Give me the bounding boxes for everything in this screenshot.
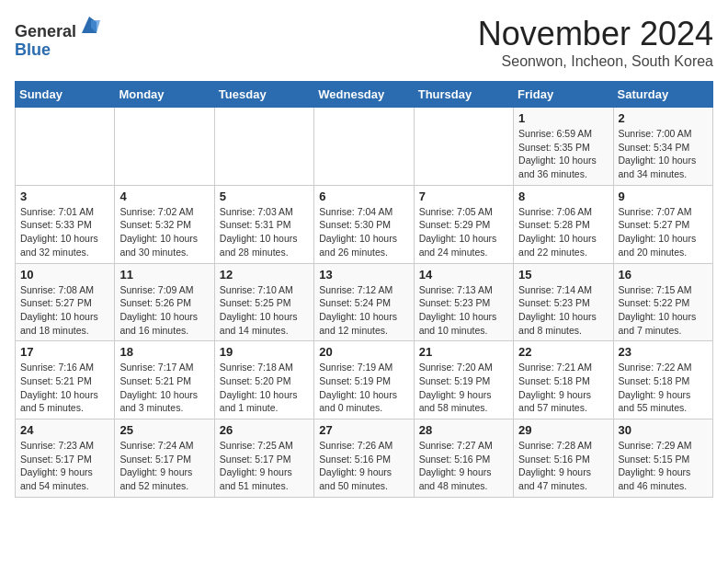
calendar-cell: 8Sunrise: 7:06 AMSunset: 5:28 PMDaylight… bbox=[514, 185, 613, 263]
calendar-cell: 16Sunrise: 7:15 AMSunset: 5:22 PMDayligh… bbox=[613, 263, 712, 341]
day-number: 19 bbox=[220, 345, 309, 359]
page-header: General Blue November 2024 Seonwon, Inch… bbox=[15, 15, 713, 70]
day-info: Sunrise: 7:26 AMSunset: 5:16 PMDaylight:… bbox=[319, 439, 408, 493]
logo-text: General Blue bbox=[15, 15, 100, 60]
calendar-cell bbox=[414, 108, 513, 186]
day-info: Sunrise: 7:15 AMSunset: 5:22 PMDaylight:… bbox=[619, 283, 708, 338]
calendar-cell: 21Sunrise: 7:20 AMSunset: 5:19 PMDayligh… bbox=[414, 341, 513, 419]
calendar-cell: 24Sunrise: 7:23 AMSunset: 5:17 PMDayligh… bbox=[16, 419, 115, 498]
day-info: Sunrise: 7:22 AMSunset: 5:18 PMDaylight:… bbox=[619, 361, 708, 415]
calendar-cell: 28Sunrise: 7:27 AMSunset: 5:16 PMDayligh… bbox=[414, 419, 513, 498]
day-info: Sunrise: 7:29 AMSunset: 5:15 PMDaylight:… bbox=[619, 439, 708, 493]
calendar-cell: 2Sunrise: 7:00 AMSunset: 5:34 PMDaylight… bbox=[613, 108, 712, 186]
calendar-cell: 6Sunrise: 7:04 AMSunset: 5:30 PMDaylight… bbox=[314, 185, 414, 263]
calendar-cell bbox=[16, 108, 115, 186]
day-number: 13 bbox=[319, 268, 408, 282]
day-info: Sunrise: 7:10 AMSunset: 5:25 PMDaylight:… bbox=[220, 283, 309, 338]
day-info: Sunrise: 7:23 AMSunset: 5:17 PMDaylight:… bbox=[20, 439, 109, 493]
day-number: 22 bbox=[518, 345, 608, 359]
calendar-cell: 1Sunrise: 6:59 AMSunset: 5:35 PMDaylight… bbox=[514, 108, 613, 186]
calendar-cell: 13Sunrise: 7:12 AMSunset: 5:24 PMDayligh… bbox=[314, 263, 414, 341]
day-number: 29 bbox=[518, 423, 608, 437]
calendar-week-row: 3Sunrise: 7:01 AMSunset: 5:33 PMDaylight… bbox=[16, 185, 713, 263]
day-number: 9 bbox=[619, 190, 708, 203]
day-info: Sunrise: 7:16 AMSunset: 5:21 PMDaylight:… bbox=[20, 361, 109, 415]
logo-blue: Blue bbox=[15, 40, 51, 59]
calendar-header-wednesday: Wednesday bbox=[314, 82, 414, 108]
day-number: 2 bbox=[619, 111, 708, 125]
day-number: 14 bbox=[419, 268, 508, 282]
logo-icon bbox=[78, 15, 100, 37]
calendar-header-saturday: Saturday bbox=[613, 82, 712, 108]
calendar-header-tuesday: Tuesday bbox=[214, 82, 313, 108]
day-number: 27 bbox=[319, 423, 408, 437]
calendar-cell: 26Sunrise: 7:25 AMSunset: 5:17 PMDayligh… bbox=[214, 419, 313, 498]
day-number: 8 bbox=[518, 190, 608, 203]
day-number: 11 bbox=[119, 268, 209, 282]
day-number: 18 bbox=[119, 345, 209, 359]
title-block: November 2024 Seonwon, Incheon, South Ko… bbox=[478, 15, 713, 70]
day-number: 1 bbox=[518, 111, 608, 125]
calendar-cell: 5Sunrise: 7:03 AMSunset: 5:31 PMDaylight… bbox=[214, 185, 313, 263]
location: Seonwon, Incheon, South Korea bbox=[478, 53, 713, 70]
calendar-week-row: 17Sunrise: 7:16 AMSunset: 5:21 PMDayligh… bbox=[16, 341, 713, 419]
day-info: Sunrise: 7:27 AMSunset: 5:16 PMDaylight:… bbox=[419, 439, 508, 493]
day-info: Sunrise: 7:08 AMSunset: 5:27 PMDaylight:… bbox=[20, 283, 109, 338]
day-info: Sunrise: 7:00 AMSunset: 5:34 PMDaylight:… bbox=[619, 127, 708, 181]
calendar-cell: 11Sunrise: 7:09 AMSunset: 5:26 PMDayligh… bbox=[115, 263, 214, 341]
calendar-cell: 12Sunrise: 7:10 AMSunset: 5:25 PMDayligh… bbox=[214, 263, 313, 341]
calendar-cell bbox=[314, 108, 414, 186]
calendar-cell: 20Sunrise: 7:19 AMSunset: 5:19 PMDayligh… bbox=[314, 341, 414, 419]
logo-general: General bbox=[15, 22, 76, 40]
day-info: Sunrise: 7:14 AMSunset: 5:23 PMDaylight:… bbox=[518, 283, 608, 338]
day-number: 24 bbox=[20, 423, 109, 437]
day-number: 4 bbox=[119, 190, 209, 203]
calendar-week-row: 1Sunrise: 6:59 AMSunset: 5:35 PMDaylight… bbox=[16, 108, 713, 186]
calendar-header-friday: Friday bbox=[514, 82, 613, 108]
day-number: 7 bbox=[419, 190, 508, 203]
calendar-cell: 29Sunrise: 7:28 AMSunset: 5:16 PMDayligh… bbox=[514, 419, 613, 498]
day-number: 25 bbox=[119, 423, 209, 437]
calendar-week-row: 10Sunrise: 7:08 AMSunset: 5:27 PMDayligh… bbox=[16, 263, 713, 341]
day-number: 17 bbox=[20, 345, 109, 359]
day-info: Sunrise: 7:17 AMSunset: 5:21 PMDaylight:… bbox=[119, 361, 209, 415]
day-number: 15 bbox=[518, 268, 608, 282]
day-info: Sunrise: 7:07 AMSunset: 5:27 PMDaylight:… bbox=[619, 205, 708, 259]
day-info: Sunrise: 7:19 AMSunset: 5:19 PMDaylight:… bbox=[319, 361, 408, 415]
calendar-cell: 10Sunrise: 7:08 AMSunset: 5:27 PMDayligh… bbox=[16, 263, 115, 341]
day-number: 30 bbox=[619, 423, 708, 437]
day-number: 12 bbox=[220, 268, 309, 282]
day-info: Sunrise: 7:03 AMSunset: 5:31 PMDaylight:… bbox=[220, 205, 309, 259]
calendar-cell: 25Sunrise: 7:24 AMSunset: 5:17 PMDayligh… bbox=[115, 419, 214, 498]
day-info: Sunrise: 7:24 AMSunset: 5:17 PMDaylight:… bbox=[119, 439, 209, 493]
calendar-cell: 22Sunrise: 7:21 AMSunset: 5:18 PMDayligh… bbox=[514, 341, 613, 419]
day-info: Sunrise: 7:21 AMSunset: 5:18 PMDaylight:… bbox=[518, 361, 608, 415]
day-number: 26 bbox=[220, 423, 309, 437]
day-info: Sunrise: 7:02 AMSunset: 5:32 PMDaylight:… bbox=[119, 205, 209, 259]
calendar-cell: 27Sunrise: 7:26 AMSunset: 5:16 PMDayligh… bbox=[314, 419, 414, 498]
day-info: Sunrise: 6:59 AMSunset: 5:35 PMDaylight:… bbox=[518, 127, 608, 181]
calendar-header-sunday: Sunday bbox=[16, 82, 115, 108]
calendar-cell bbox=[115, 108, 214, 186]
day-info: Sunrise: 7:05 AMSunset: 5:29 PMDaylight:… bbox=[419, 205, 508, 259]
day-info: Sunrise: 7:06 AMSunset: 5:28 PMDaylight:… bbox=[518, 205, 608, 259]
calendar-table: SundayMondayTuesdayWednesdayThursdayFrid… bbox=[15, 81, 713, 498]
calendar-cell: 3Sunrise: 7:01 AMSunset: 5:33 PMDaylight… bbox=[16, 185, 115, 263]
day-number: 3 bbox=[20, 190, 109, 203]
calendar-cell: 19Sunrise: 7:18 AMSunset: 5:20 PMDayligh… bbox=[214, 341, 313, 419]
calendar-cell: 17Sunrise: 7:16 AMSunset: 5:21 PMDayligh… bbox=[16, 341, 115, 419]
calendar-cell: 4Sunrise: 7:02 AMSunset: 5:32 PMDaylight… bbox=[115, 185, 214, 263]
day-number: 16 bbox=[619, 268, 708, 282]
calendar-header-monday: Monday bbox=[115, 82, 214, 108]
day-number: 5 bbox=[220, 190, 309, 203]
calendar-cell: 30Sunrise: 7:29 AMSunset: 5:15 PMDayligh… bbox=[613, 419, 712, 498]
day-number: 21 bbox=[419, 345, 508, 359]
day-info: Sunrise: 7:18 AMSunset: 5:20 PMDaylight:… bbox=[220, 361, 309, 415]
day-info: Sunrise: 7:25 AMSunset: 5:17 PMDaylight:… bbox=[220, 439, 309, 493]
day-number: 28 bbox=[419, 423, 508, 437]
day-number: 6 bbox=[319, 190, 408, 203]
day-number: 20 bbox=[319, 345, 408, 359]
day-info: Sunrise: 7:01 AMSunset: 5:33 PMDaylight:… bbox=[20, 205, 109, 259]
calendar-cell: 23Sunrise: 7:22 AMSunset: 5:18 PMDayligh… bbox=[613, 341, 712, 419]
day-number: 10 bbox=[20, 268, 109, 282]
